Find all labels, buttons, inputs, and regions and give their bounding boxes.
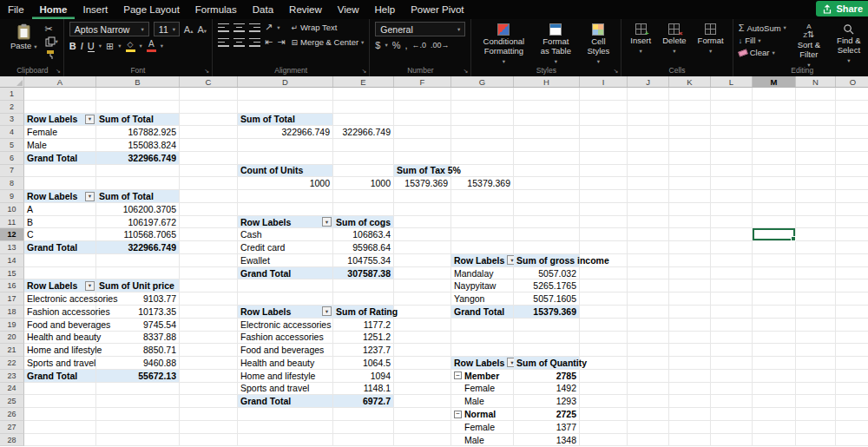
cell-L21[interactable] bbox=[711, 344, 753, 357]
cell-B18[interactable]: 10173.35 bbox=[96, 306, 180, 319]
cell-M6[interactable] bbox=[753, 152, 796, 165]
cell-A1[interactable] bbox=[24, 88, 96, 101]
cell-D6[interactable] bbox=[238, 152, 333, 165]
cell-F5[interactable] bbox=[394, 139, 451, 152]
font-size-select[interactable]: 11▾ bbox=[154, 22, 180, 36]
cell-C24[interactable] bbox=[180, 383, 238, 396]
cell-B4[interactable]: 167882.925 bbox=[96, 126, 180, 139]
cell-E25[interactable]: 6972.7 bbox=[333, 395, 394, 408]
cell-B13[interactable]: 322966.749 bbox=[96, 241, 180, 254]
cell-A17[interactable]: Electronic accessories bbox=[24, 293, 96, 306]
cell-J15[interactable] bbox=[628, 267, 669, 280]
cell-A24[interactable] bbox=[24, 383, 96, 396]
cell-N13[interactable] bbox=[796, 241, 836, 254]
cell-M25[interactable] bbox=[753, 395, 796, 408]
cell-A7[interactable] bbox=[24, 165, 96, 178]
cell-F25[interactable] bbox=[394, 395, 451, 408]
row-header-11[interactable]: 11 bbox=[0, 216, 24, 229]
cell-G15[interactable]: Mandalay bbox=[451, 267, 514, 280]
cell-G18[interactable]: Grand Total bbox=[451, 306, 514, 319]
cell-F20[interactable] bbox=[394, 332, 451, 345]
menu-tab-page-layout[interactable]: Page Layout bbox=[115, 0, 187, 19]
cell-A23[interactable]: Grand Total bbox=[24, 370, 96, 383]
column-header-N[interactable]: N bbox=[796, 76, 836, 87]
cell-N2[interactable] bbox=[796, 101, 836, 114]
cell-H17[interactable]: 5057.1605 bbox=[514, 293, 580, 306]
column-header-B[interactable]: B bbox=[96, 76, 180, 87]
row-header-26[interactable]: 26 bbox=[0, 408, 24, 421]
select-all-corner[interactable] bbox=[0, 76, 24, 87]
cell-O17[interactable] bbox=[836, 293, 868, 306]
cell-H20[interactable] bbox=[514, 332, 580, 345]
cell-C4[interactable] bbox=[180, 126, 238, 139]
find-select-button[interactable]: Find & Select▾ bbox=[832, 22, 866, 65]
menu-tab-home[interactable]: Home bbox=[32, 0, 76, 19]
sort-filter-button[interactable]: AZ⇅Sort & Filter▾ bbox=[791, 22, 827, 69]
cell-H15[interactable]: 5057.032 bbox=[514, 267, 580, 280]
cell-C5[interactable] bbox=[180, 139, 238, 152]
cell-L25[interactable] bbox=[711, 395, 753, 408]
cell-J5[interactable] bbox=[628, 139, 669, 152]
cell-L12[interactable] bbox=[711, 228, 753, 241]
row-header-5[interactable]: 5 bbox=[0, 139, 24, 152]
cell-H22[interactable]: Sum of Quantity bbox=[514, 357, 580, 370]
cell-H8[interactable] bbox=[514, 177, 580, 190]
cell-A10[interactable]: A bbox=[24, 203, 96, 216]
cell-F28[interactable] bbox=[394, 434, 451, 447]
cell-N9[interactable] bbox=[796, 190, 836, 203]
cell-N22[interactable] bbox=[796, 357, 836, 370]
accounting-format-button[interactable]: $ bbox=[375, 40, 380, 50]
cell-I11[interactable] bbox=[580, 216, 628, 229]
row-header-15[interactable]: 15 bbox=[0, 267, 24, 280]
cell-E23[interactable]: 1094 bbox=[333, 370, 394, 383]
borders-button[interactable]: ⊞ bbox=[106, 41, 114, 52]
cell-K28[interactable] bbox=[669, 434, 711, 447]
cell-O24[interactable] bbox=[836, 383, 868, 396]
cell-L24[interactable] bbox=[711, 383, 753, 396]
cell-A11[interactable]: B bbox=[24, 216, 96, 229]
cell-E3[interactable] bbox=[333, 114, 394, 127]
cell-D28[interactable] bbox=[238, 434, 333, 447]
clipboard-dialog-launcher-icon[interactable]: ↘ bbox=[56, 68, 61, 75]
cell-C17[interactable] bbox=[180, 293, 238, 306]
cell-B17[interactable]: 9103.77 bbox=[96, 293, 180, 306]
row-header-20[interactable]: 20 bbox=[0, 332, 24, 345]
copy-button[interactable]: ▾ bbox=[45, 36, 58, 47]
cell-B15[interactable] bbox=[96, 267, 180, 280]
cell-O5[interactable] bbox=[836, 139, 868, 152]
cell-D11[interactable]: Row Labels▼ bbox=[238, 216, 333, 229]
align-center-icon[interactable] bbox=[233, 38, 245, 47]
column-header-H[interactable]: H bbox=[514, 76, 580, 87]
fill-color-button[interactable]: ◇ bbox=[126, 41, 135, 52]
cell-B28[interactable] bbox=[96, 434, 180, 447]
cell-J4[interactable] bbox=[628, 126, 669, 139]
cell-A6[interactable]: Grand Total bbox=[24, 152, 96, 165]
cell-I4[interactable] bbox=[580, 126, 628, 139]
column-header-D[interactable]: D bbox=[238, 76, 333, 87]
cell-M21[interactable] bbox=[753, 344, 796, 357]
cell-J22[interactable] bbox=[628, 357, 669, 370]
cell-I3[interactable] bbox=[580, 114, 628, 127]
cell-F24[interactable] bbox=[394, 383, 451, 396]
cell-I16[interactable] bbox=[580, 279, 628, 293]
cell-E5[interactable] bbox=[333, 139, 394, 152]
cell-C6[interactable] bbox=[180, 152, 238, 165]
increase-decimal-button[interactable]: ←.0 bbox=[412, 41, 427, 49]
cell-N18[interactable] bbox=[796, 306, 836, 319]
cell-O8[interactable] bbox=[836, 177, 868, 190]
cell-E27[interactable] bbox=[333, 421, 394, 434]
cell-N10[interactable] bbox=[796, 203, 836, 216]
cell-F8[interactable]: 15379.369 bbox=[394, 177, 451, 190]
cell-A3[interactable]: Row Labels▼ bbox=[24, 114, 96, 127]
cell-K9[interactable] bbox=[669, 190, 711, 203]
cell-M23[interactable] bbox=[753, 370, 796, 383]
row-header-23[interactable]: 23 bbox=[0, 370, 24, 383]
menu-tab-power-pivot[interactable]: Power Pivot bbox=[403, 0, 471, 19]
cell-L8[interactable] bbox=[711, 177, 753, 190]
cell-K12[interactable] bbox=[669, 228, 711, 241]
menu-tab-view[interactable]: View bbox=[330, 0, 367, 19]
cell-B2[interactable] bbox=[96, 101, 180, 114]
cell-D13[interactable]: Credit card bbox=[238, 241, 333, 254]
cell-M8[interactable] bbox=[753, 177, 796, 190]
filter-button[interactable]: ▼ bbox=[322, 217, 332, 227]
